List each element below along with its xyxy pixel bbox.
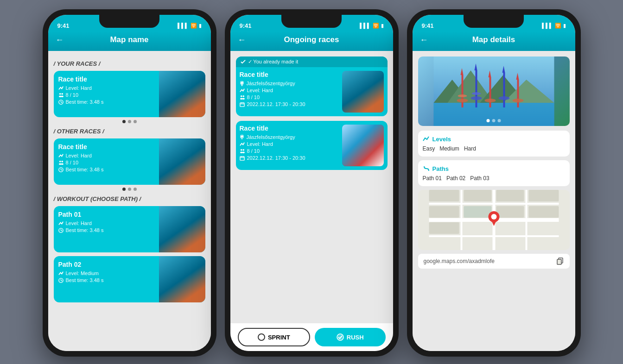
clock-icon-1 — [58, 100, 64, 105]
ongoing-level-1: Level: Hard — [240, 88, 338, 93]
signal-icon-3: ▌▌▌ — [542, 23, 553, 28]
back-button-2[interactable]: ← — [238, 35, 246, 45]
path01-info: Path 01 Level: Hard Best time: 3.48 s — [54, 206, 159, 252]
phone-2: 9:41 ▌▌▌ 🛜 ▮ ← Ongoing races ✓ You alrea… — [225, 9, 399, 357]
poles-illustration — [418, 56, 570, 126]
back-button-3[interactable]: ← — [420, 35, 428, 45]
svg-line-6 — [61, 102, 62, 102]
levels-section: Levels Easy Medium Hard — [418, 131, 570, 157]
people-icon-1 — [58, 93, 64, 98]
ongoing-title-1: Race title — [240, 71, 338, 78]
ongoing-pin-1: Jászfelsőszentgyörgy — [240, 81, 338, 86]
ongoing-people-1: 8 / 10 — [240, 94, 338, 100]
hero-image — [418, 56, 570, 126]
ongoing-image-1 — [342, 71, 384, 113]
level-easy: Easy — [423, 145, 435, 152]
people-icon-o2 — [240, 149, 245, 154]
notch-1 — [99, 15, 159, 28]
paths-tags: Path 01 Path 02 Path 03 — [423, 175, 565, 182]
race-card-image-2 — [159, 138, 205, 185]
path02-time: Best time: 3.48 s — [58, 277, 154, 283]
page-title-2: Ongoing races — [284, 35, 339, 44]
svg-rect-49 — [433, 103, 554, 126]
ongoing-image-2 — [342, 125, 384, 166]
map-url-bar: google.maps.com/axadmlofe — [418, 254, 570, 269]
svg-point-37 — [242, 151, 245, 153]
calendar-icon-2 — [240, 156, 245, 161]
trend-icon-2 — [58, 153, 64, 158]
paths-section: Paths Path 01 Path 02 Path 03 — [418, 160, 570, 186]
ongoing-card-1[interactable]: ✓ You already made it Race title Jászfel… — [236, 56, 388, 116]
race-card-info-1: Race title Level: Hard 8 / 10 Best time:… — [54, 71, 159, 117]
svg-line-16 — [61, 230, 62, 231]
levels-icon — [423, 135, 430, 143]
check-icon-1 — [241, 59, 246, 64]
clock-icon-3 — [58, 228, 64, 233]
ongoing-title-2: Race title — [240, 125, 338, 132]
battery-icon-2: ▮ — [381, 23, 384, 29]
status-icons-2: ▌▌▌ 🛜 ▮ — [360, 23, 383, 29]
svg-point-9 — [61, 160, 63, 162]
ongoing-people-2: 8 / 10 — [240, 148, 338, 154]
ongoing-body-2: Race title Jászfelsőszentgyörgy Level: H… — [236, 121, 388, 170]
svg-line-13 — [61, 169, 62, 170]
race-time-1: Best time: 3.48 s — [58, 99, 154, 105]
svg-rect-76 — [496, 190, 524, 201]
path-02: Path 02 — [446, 175, 465, 182]
svg-point-62 — [470, 96, 482, 100]
calendar-icon-1 — [240, 102, 245, 107]
back-button-1[interactable]: ← — [56, 35, 64, 45]
race-card-path02[interactable]: Path 02 Level: Medium Best time: 3.48 s — [54, 256, 205, 302]
copy-icon[interactable] — [557, 257, 564, 265]
phone-1: 9:41 ▌▌▌ 🛜 ▮ ← Map name / YOUR RACES / R… — [43, 9, 216, 357]
race-level-2: Level: Hard — [58, 153, 154, 158]
race-card-other[interactable]: Race title Level: Hard 8 / 10 Best time:… — [54, 138, 205, 185]
ongoing-card-2[interactable]: Race title Jászfelsőszentgyörgy Level: H… — [236, 121, 388, 170]
race-people-2: 8 / 10 — [58, 160, 154, 165]
pin-icon-1 — [240, 81, 244, 86]
svg-rect-77 — [528, 190, 559, 201]
content-1: / YOUR RACES / Race title Level: Hard 8 … — [48, 51, 211, 351]
trend-icon-1 — [58, 86, 64, 91]
race-card-your[interactable]: Race title Level: Hard 8 / 10 Best time:… — [54, 71, 205, 117]
ongoing-info-2: Race title Jászfelsőszentgyörgy Level: H… — [240, 125, 338, 166]
svg-rect-27 — [240, 102, 244, 106]
pin-icon-2 — [240, 135, 244, 140]
dots-other-races — [54, 188, 205, 191]
signal-icon: ▌▌▌ — [178, 23, 188, 28]
dots-your-races — [54, 120, 205, 123]
svg-rect-81 — [496, 206, 524, 218]
path01-level: Level: Hard — [58, 220, 154, 226]
dot-3 — [134, 120, 137, 123]
people-icon-o1 — [240, 95, 245, 100]
ongoing-calendar-1: 2022.12.12. 17:30 - 20:30 — [240, 101, 338, 107]
dot-2 — [128, 120, 131, 123]
phone-3: 9:41 ▌▌▌ 🛜 ▮ ← Map details — [407, 9, 581, 357]
ongoing-level-2: Level: Hard — [240, 141, 338, 147]
svg-rect-38 — [240, 156, 244, 160]
path-01: Path 01 — [423, 175, 442, 182]
svg-point-23 — [240, 95, 242, 97]
page-title-1: Map name — [110, 35, 148, 44]
carousel-dots — [487, 119, 501, 122]
path02-level: Level: Medium — [58, 270, 154, 276]
svg-point-42 — [258, 334, 265, 340]
race-card-path01[interactable]: Path 01 Level: Hard Best time: 3.48 s — [54, 206, 205, 252]
path02-info: Path 02 Level: Medium Best time: 3.48 s — [54, 256, 159, 302]
battery-icon: ▮ — [199, 23, 202, 29]
svg-point-26 — [242, 98, 245, 100]
rush-button[interactable]: RUSH — [315, 328, 386, 346]
header-1: ← Map name — [48, 31, 211, 51]
carousel-dot-2 — [492, 119, 496, 122]
status-time-1: 9:41 — [57, 22, 70, 29]
svg-rect-87 — [557, 259, 561, 264]
path01-image — [159, 206, 205, 252]
path02-image — [159, 256, 205, 302]
race-level-1: Level: Hard — [58, 85, 154, 91]
sprint-button[interactable]: SPRINT — [238, 328, 311, 346]
svg-rect-75 — [464, 190, 491, 201]
svg-point-7 — [59, 160, 61, 162]
svg-rect-79 — [464, 206, 491, 218]
path-03: Path 03 — [470, 175, 489, 182]
ongoing-body-1: Race title Jászfelsőszentgyörgy Level: H… — [236, 67, 388, 116]
